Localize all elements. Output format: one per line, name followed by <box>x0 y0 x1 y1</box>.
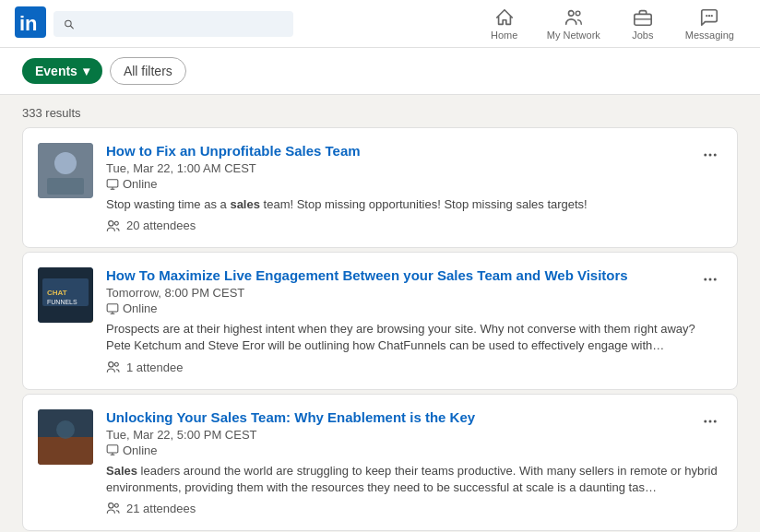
event-date-1: Tue, Mar 22, 1:00 AM CEST <box>106 161 722 175</box>
svg-rect-33 <box>38 437 93 465</box>
home-icon <box>494 7 515 28</box>
nav-jobs-label: Jobs <box>632 30 653 41</box>
results-area: 333 results How to Fix an Unprofitable S… <box>0 95 760 532</box>
event-location-3: Online <box>106 443 722 457</box>
event-card-2: CHAT FUNNELS How To Maximize Live Engage… <box>22 252 738 389</box>
event-location-text-1: Online <box>123 177 158 191</box>
event-attendees-text-1: 20 attendees <box>126 219 196 232</box>
event-attendees-text-3: 21 attendees <box>126 502 196 515</box>
nav-messaging-label: Messaging <box>685 30 734 41</box>
svg-point-2 <box>568 10 574 16</box>
event-attendees-1: 20 attendees <box>106 219 722 232</box>
event-image-3 <box>38 409 93 465</box>
event-date-3: Tue, Mar 22, 5:00 PM CEST <box>106 428 722 442</box>
svg-point-40 <box>704 420 707 422</box>
event-title-2[interactable]: How To Maximize Live Engagement Between … <box>106 267 628 283</box>
event-desc-3: Sales leaders around the world are strug… <box>106 463 722 496</box>
svg-text:CHAT: CHAT <box>47 289 67 297</box>
svg-point-10 <box>54 152 77 174</box>
all-filters-label: All filters <box>124 64 172 78</box>
briefcase-icon <box>633 7 653 28</box>
ellipsis-icon-1 <box>702 147 718 163</box>
svg-text:FUNNELS: FUNNELS <box>47 299 77 305</box>
search-icon <box>63 18 75 30</box>
linkedin-logo[interactable]: in <box>15 6 53 41</box>
results-count: 333 results <box>22 106 738 120</box>
svg-point-38 <box>109 503 113 508</box>
all-filters-button[interactable]: All filters <box>110 57 186 85</box>
event-thumbnail-1 <box>38 143 93 198</box>
event-content-3: Unlocking Your Sales Team: Why Enablemen… <box>106 409 722 515</box>
attendees-icon-2 <box>106 361 121 373</box>
desc-bold-word-1: sales <box>230 197 260 211</box>
event-location-text-2: Online <box>123 301 158 315</box>
event-thumbnail-3 <box>38 409 93 465</box>
svg-point-19 <box>714 154 717 157</box>
svg-point-28 <box>114 362 118 366</box>
svg-point-27 <box>109 362 113 367</box>
attendees-icon-3 <box>106 502 121 514</box>
search-bar[interactable]: sales team <box>53 11 293 37</box>
more-options-button-3[interactable] <box>696 408 724 435</box>
more-options-button-1[interactable] <box>696 141 724 169</box>
event-desc-2: Prospects are at their highest intent wh… <box>106 321 722 354</box>
svg-point-29 <box>704 278 707 281</box>
event-attendees-3: 21 attendees <box>106 502 722 515</box>
event-image-2: CHAT FUNNELS <box>38 267 93 323</box>
svg-point-34 <box>56 420 75 439</box>
svg-rect-24 <box>107 303 118 311</box>
more-options-button-2[interactable] <box>696 266 724 293</box>
event-content-2: How To Maximize Live Engagement Between … <box>106 267 722 373</box>
svg-rect-11 <box>47 178 84 195</box>
event-location-2: Online <box>106 301 722 315</box>
svg-point-3 <box>576 11 580 16</box>
svg-point-17 <box>704 154 707 157</box>
event-card-3: Unlocking Your Sales Team: Why Enablemen… <box>22 394 738 531</box>
desc-before-bold-1: Stop wasting time as a <box>106 197 230 211</box>
event-image-1 <box>38 143 93 198</box>
ellipsis-icon-3 <box>702 413 718 430</box>
event-card: How to Fix an Unprofitable Sales Team Tu… <box>22 127 738 248</box>
svg-text:in: in <box>19 12 38 35</box>
monitor-icon-1 <box>106 178 119 191</box>
nav-home[interactable]: Home <box>477 0 532 48</box>
svg-rect-12 <box>107 179 118 186</box>
desc-bold-word-3: Sales <box>106 464 137 478</box>
event-title-3[interactable]: Unlocking Your Sales Team: Why Enablemen… <box>106 409 475 425</box>
event-attendees-2: 1 attendee <box>106 361 722 374</box>
nav-jobs[interactable]: Jobs <box>615 0 671 48</box>
filters-bar: Events ▾ All filters <box>0 48 760 95</box>
svg-point-31 <box>714 278 717 281</box>
nav-messaging[interactable]: Messaging <box>674 0 745 48</box>
chat-icon <box>699 7 719 28</box>
svg-point-15 <box>109 220 113 225</box>
header: in sales team Home My Network <box>0 0 760 48</box>
ellipsis-icon-2 <box>702 271 718 288</box>
event-content-1: How to Fix an Unprofitable Sales Team Tu… <box>106 143 722 232</box>
desc-after-bold-3: leaders around the world are struggling … <box>106 464 718 494</box>
nav-my-network[interactable]: My Network <box>536 0 612 48</box>
event-desc-1: Stop wasting time as a sales team! Stop … <box>106 196 722 213</box>
events-filter-label: Events <box>35 64 77 78</box>
event-thumbnail-2: CHAT FUNNELS <box>38 267 93 323</box>
chevron-down-icon: ▾ <box>83 64 89 78</box>
monitor-icon-2 <box>106 302 119 315</box>
svg-point-41 <box>709 420 712 422</box>
event-attendees-text-2: 1 attendee <box>126 361 183 374</box>
event-title-1[interactable]: How to Fix an Unprofitable Sales Team <box>106 143 361 159</box>
desc-text-2: Prospects are at their highest intent wh… <box>106 322 695 352</box>
svg-point-18 <box>709 154 712 157</box>
monitor-icon-3 <box>106 443 119 456</box>
attendees-icon-1 <box>106 219 121 232</box>
svg-point-42 <box>714 420 717 422</box>
people-icon <box>564 7 584 28</box>
event-date-2: Tomorrow, 8:00 PM CEST <box>106 286 722 300</box>
svg-point-39 <box>114 504 118 508</box>
nav-my-network-label: My Network <box>547 30 600 41</box>
events-filter-button[interactable]: Events ▾ <box>22 58 102 84</box>
event-location-text-3: Online <box>123 443 158 457</box>
svg-point-30 <box>709 278 712 281</box>
nav-home-label: Home <box>491 30 517 41</box>
event-location-1: Online <box>106 177 722 191</box>
search-input[interactable]: sales team <box>80 17 284 31</box>
